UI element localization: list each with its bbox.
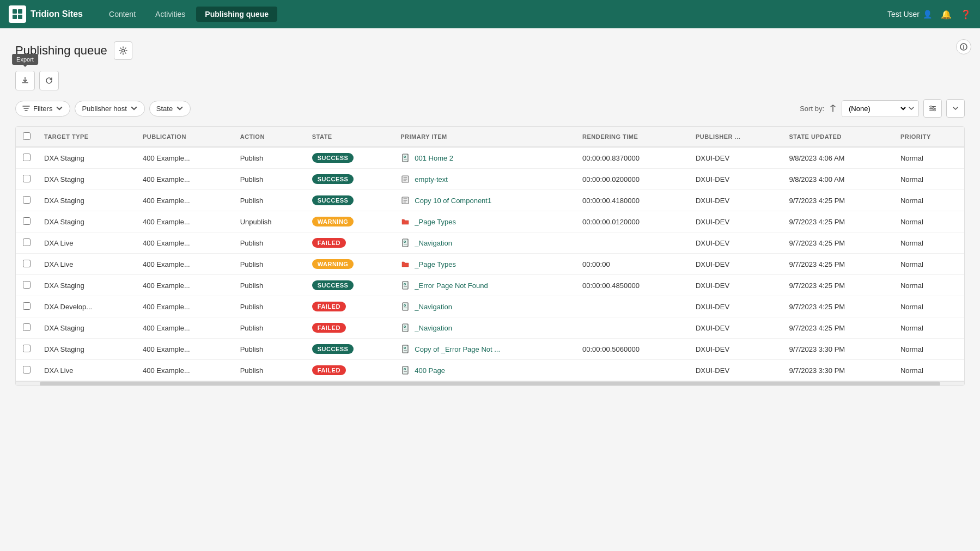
row-rendering-time: 00:00:00.0200000 <box>576 169 689 190</box>
filters-button[interactable]: Filters <box>15 101 70 117</box>
row-checkbox[interactable] <box>23 154 31 161</box>
filters-chevron-icon <box>56 105 63 112</box>
scrollbar-thumb[interactable] <box>40 382 941 386</box>
help-icon[interactable]: ❓ <box>960 9 971 20</box>
row-publisher: DXUI-DEV <box>689 317 783 339</box>
row-primary-item[interactable]: 400 Page <box>394 360 576 381</box>
select-all-checkbox[interactable] <box>23 132 31 140</box>
svg-rect-33 <box>403 345 408 353</box>
sort-select[interactable]: (None) <box>842 101 908 117</box>
sort-expand-button[interactable] <box>946 99 965 118</box>
row-primary-item[interactable]: empty-text <box>394 169 576 190</box>
row-checkbox[interactable] <box>23 260 31 267</box>
nav-activities[interactable]: Activities <box>147 7 194 22</box>
col-state: STATE <box>306 127 394 147</box>
item-icon <box>400 153 410 163</box>
row-rendering-time <box>576 317 689 339</box>
row-primary-item[interactable]: _Error Page Not Found <box>394 275 576 296</box>
svg-rect-28 <box>404 308 407 308</box>
table-row: DXA Live 400 Example... Publish WARNING … <box>16 254 964 275</box>
page-icon <box>401 281 410 290</box>
row-checkbox[interactable] <box>23 238 31 246</box>
row-primary-item[interactable]: _Navigation <box>394 317 576 339</box>
row-primary-item[interactable]: _Page Types <box>394 211 576 232</box>
row-state-updated: 9/7/2023 4:25 PM <box>783 296 894 317</box>
item-icon <box>400 259 410 269</box>
row-publication: 400 Example... <box>136 232 234 254</box>
primary-item-link[interactable]: _Page Types <box>415 260 456 268</box>
primary-item-link[interactable]: _Page Types <box>415 218 456 226</box>
row-checkbox-cell[interactable] <box>16 147 38 169</box>
app-logo[interactable]: Tridion Sites <box>9 5 83 23</box>
primary-item-link[interactable]: _Navigation <box>415 324 452 332</box>
row-checkbox-cell[interactable] <box>16 339 38 360</box>
row-checkbox[interactable] <box>23 281 31 289</box>
horizontal-scrollbar[interactable] <box>16 381 964 385</box>
row-checkbox-cell[interactable] <box>16 211 38 232</box>
row-priority: Normal <box>894 360 964 381</box>
row-checkbox[interactable] <box>23 323 31 331</box>
row-checkbox[interactable] <box>23 217 31 225</box>
primary-item-link[interactable]: Copy of _Error Page Not ... <box>415 345 500 353</box>
user-info[interactable]: Test User 👤 <box>887 10 932 19</box>
primary-item-link[interactable]: Copy 10 of Component1 <box>415 197 491 205</box>
folder-icon <box>401 260 410 268</box>
row-checkbox[interactable] <box>23 366 31 374</box>
nav-publishing-queue[interactable]: Publishing queue <box>196 7 277 22</box>
filter-bar: Filters Publisher host State Sort by: <box>15 99 965 118</box>
nav-content[interactable]: Content <box>100 7 144 22</box>
publisher-host-filter[interactable]: Publisher host <box>75 101 144 117</box>
row-checkbox-cell[interactable] <box>16 190 38 211</box>
row-target-type: DXA Staging <box>38 190 136 211</box>
primary-item-link[interactable]: 001 Home 2 <box>415 154 453 162</box>
row-checkbox[interactable] <box>23 302 31 310</box>
item-icon <box>400 365 410 375</box>
row-rendering-time: 00:00:00 <box>576 254 689 275</box>
primary-item-link[interactable]: _Navigation <box>415 303 452 311</box>
item-icon <box>400 323 410 333</box>
primary-item-link[interactable]: empty-text <box>415 175 448 183</box>
column-settings-icon <box>928 104 937 113</box>
primary-item-link[interactable]: _Navigation <box>415 239 452 247</box>
row-action: Publish <box>234 190 306 211</box>
row-primary-item[interactable]: _Page Types <box>394 254 576 275</box>
row-checkbox-cell[interactable] <box>16 275 38 296</box>
row-checkbox[interactable] <box>23 196 31 204</box>
sort-select-wrapper[interactable]: (None) <box>842 100 919 117</box>
row-primary-item[interactable]: _Navigation <box>394 232 576 254</box>
table-header: TARGET TYPE PUBLICATION ACTION STATE PRI… <box>16 127 964 147</box>
info-button[interactable] <box>956 39 971 54</box>
publisher-host-chevron-icon <box>130 105 138 112</box>
row-checkbox-cell[interactable] <box>16 169 38 190</box>
row-target-type: DXA Staging <box>38 211 136 232</box>
primary-item-link[interactable]: _Error Page Not Found <box>415 281 488 290</box>
row-checkbox-cell[interactable] <box>16 296 38 317</box>
page-icon <box>401 238 410 247</box>
row-checkbox-cell[interactable] <box>16 360 38 381</box>
row-primary-item[interactable]: Copy 10 of Component1 <box>394 190 576 211</box>
notifications-icon[interactable]: 🔔 <box>941 9 952 20</box>
row-checkbox-cell[interactable] <box>16 254 38 275</box>
row-publication: 400 Example... <box>136 190 234 211</box>
refresh-button[interactable] <box>39 71 59 90</box>
item-icon <box>400 280 410 290</box>
export-button[interactable]: Export <box>15 71 35 90</box>
row-primary-item[interactable]: _Navigation <box>394 296 576 317</box>
col-action: ACTION <box>234 127 306 147</box>
state-filter[interactable]: State <box>149 101 191 117</box>
row-primary-item[interactable]: Copy of _Error Page Not ... <box>394 339 576 360</box>
svg-point-13 <box>404 156 405 157</box>
row-primary-item[interactable]: 001 Home 2 <box>394 147 576 169</box>
primary-item-link[interactable]: 400 Page <box>415 366 445 375</box>
select-all-header[interactable] <box>16 127 38 147</box>
svg-rect-24 <box>404 286 407 287</box>
row-checkbox[interactable] <box>23 175 31 182</box>
row-checkbox-cell[interactable] <box>16 317 38 339</box>
row-checkbox[interactable] <box>23 345 31 352</box>
logo-icon <box>9 5 26 23</box>
row-checkbox-cell[interactable] <box>16 232 38 254</box>
row-priority: Normal <box>894 190 964 211</box>
page-settings-button[interactable] <box>114 41 132 60</box>
row-publisher: DXUI-DEV <box>689 211 783 232</box>
sort-settings-button[interactable] <box>923 99 942 118</box>
